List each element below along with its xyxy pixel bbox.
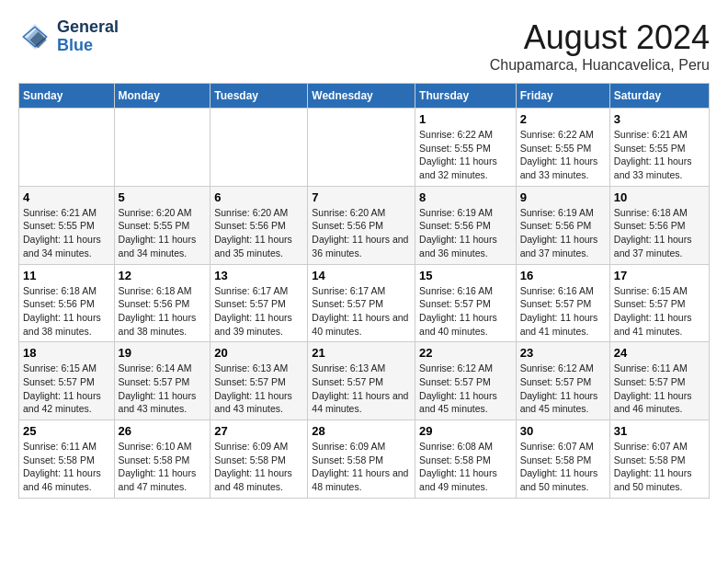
day-info: Sunrise: 6:10 AMSunset: 5:58 PMDaylight:… bbox=[119, 441, 197, 492]
day-info: Sunrise: 6:17 AMSunset: 5:57 PMDaylight:… bbox=[214, 285, 292, 337]
day-cell-27: 27Sunrise: 6:09 AMSunset: 5:58 PMDayligh… bbox=[210, 420, 308, 499]
day-number: 31 bbox=[614, 424, 705, 438]
logo: General Blue bbox=[18, 18, 119, 55]
week-row-5: 25Sunrise: 6:11 AMSunset: 5:58 PMDayligh… bbox=[19, 420, 710, 499]
day-cell-4: 4Sunrise: 6:21 AMSunset: 5:55 PMDaylight… bbox=[19, 186, 115, 264]
day-info: Sunrise: 6:15 AMSunset: 5:57 PMDaylight:… bbox=[23, 362, 101, 414]
week-row-1: 1Sunrise: 6:22 AMSunset: 5:55 PMDaylight… bbox=[19, 109, 710, 187]
day-info: Sunrise: 6:18 AMSunset: 5:56 PMDaylight:… bbox=[614, 207, 692, 259]
day-info: Sunrise: 6:21 AMSunset: 5:55 PMDaylight:… bbox=[614, 129, 692, 180]
day-cell-30: 30Sunrise: 6:07 AMSunset: 5:58 PMDayligh… bbox=[516, 420, 609, 499]
day-cell-31: 31Sunrise: 6:07 AMSunset: 5:58 PMDayligh… bbox=[609, 420, 709, 499]
day-number: 29 bbox=[419, 424, 512, 438]
day-info: Sunrise: 6:18 AMSunset: 5:56 PMDaylight:… bbox=[23, 285, 101, 337]
day-number: 3 bbox=[614, 112, 705, 126]
day-info: Sunrise: 6:17 AMSunset: 5:57 PMDaylight:… bbox=[312, 285, 408, 337]
day-info: Sunrise: 6:21 AMSunset: 5:55 PMDaylight:… bbox=[23, 207, 101, 259]
day-cell-22: 22Sunrise: 6:12 AMSunset: 5:57 PMDayligh… bbox=[415, 342, 517, 420]
day-cell-16: 16Sunrise: 6:16 AMSunset: 5:57 PMDayligh… bbox=[516, 264, 609, 342]
day-number: 14 bbox=[312, 269, 411, 282]
day-info: Sunrise: 6:07 AMSunset: 5:58 PMDaylight:… bbox=[520, 441, 598, 492]
week-row-2: 4Sunrise: 6:21 AMSunset: 5:55 PMDaylight… bbox=[19, 186, 710, 264]
day-cell-3: 3Sunrise: 6:21 AMSunset: 5:55 PMDaylight… bbox=[609, 109, 709, 187]
day-cell-9: 9Sunrise: 6:19 AMSunset: 5:56 PMDaylight… bbox=[516, 186, 609, 264]
day-cell-6: 6Sunrise: 6:20 AMSunset: 5:56 PMDaylight… bbox=[210, 186, 308, 264]
header-cell-monday: Monday bbox=[114, 84, 210, 109]
day-cell-26: 26Sunrise: 6:10 AMSunset: 5:58 PMDayligh… bbox=[114, 420, 210, 499]
day-number: 11 bbox=[23, 269, 110, 282]
day-cell-23: 23Sunrise: 6:12 AMSunset: 5:57 PMDayligh… bbox=[516, 342, 609, 420]
day-info: Sunrise: 6:16 AMSunset: 5:57 PMDaylight:… bbox=[419, 285, 497, 337]
logo-line1: General bbox=[57, 18, 119, 37]
day-info: Sunrise: 6:11 AMSunset: 5:58 PMDaylight:… bbox=[23, 441, 101, 492]
day-number: 25 bbox=[23, 424, 110, 438]
week-row-4: 18Sunrise: 6:15 AMSunset: 5:57 PMDayligh… bbox=[19, 342, 710, 420]
day-info: Sunrise: 6:20 AMSunset: 5:56 PMDaylight:… bbox=[214, 207, 292, 259]
day-number: 18 bbox=[23, 346, 110, 360]
header-cell-saturday: Saturday bbox=[609, 84, 709, 109]
day-info: Sunrise: 6:09 AMSunset: 5:58 PMDaylight:… bbox=[312, 441, 408, 492]
day-info: Sunrise: 6:08 AMSunset: 5:58 PMDaylight:… bbox=[419, 441, 497, 492]
header-row: SundayMondayTuesdayWednesdayThursdayFrid… bbox=[19, 84, 710, 109]
day-info: Sunrise: 6:22 AMSunset: 5:55 PMDaylight:… bbox=[419, 129, 497, 180]
day-cell-18: 18Sunrise: 6:15 AMSunset: 5:57 PMDayligh… bbox=[19, 342, 115, 420]
header-cell-sunday: Sunday bbox=[19, 84, 115, 109]
day-info: Sunrise: 6:13 AMSunset: 5:57 PMDaylight:… bbox=[312, 362, 408, 414]
day-number: 22 bbox=[419, 346, 512, 360]
day-number: 13 bbox=[214, 269, 303, 282]
header-cell-wednesday: Wednesday bbox=[308, 84, 415, 109]
day-info: Sunrise: 6:09 AMSunset: 5:58 PMDaylight:… bbox=[214, 441, 292, 492]
day-cell-20: 20Sunrise: 6:13 AMSunset: 5:57 PMDayligh… bbox=[210, 342, 308, 420]
day-info: Sunrise: 6:18 AMSunset: 5:56 PMDaylight:… bbox=[119, 285, 197, 337]
logo-line2: Blue bbox=[57, 37, 119, 55]
title-block: August 2024 Chupamarca, Huancavelica, Pe… bbox=[490, 18, 710, 74]
day-cell-empty-0-1 bbox=[114, 109, 210, 187]
day-cell-empty-0-0 bbox=[19, 109, 115, 187]
day-info: Sunrise: 6:16 AMSunset: 5:57 PMDaylight:… bbox=[520, 285, 598, 337]
logo-icon bbox=[18, 20, 51, 53]
day-number: 4 bbox=[23, 190, 110, 204]
header-cell-tuesday: Tuesday bbox=[210, 84, 308, 109]
day-number: 16 bbox=[520, 269, 606, 282]
day-info: Sunrise: 6:11 AMSunset: 5:57 PMDaylight:… bbox=[614, 362, 692, 414]
day-number: 17 bbox=[614, 269, 705, 282]
day-info: Sunrise: 6:14 AMSunset: 5:57 PMDaylight:… bbox=[119, 362, 197, 414]
day-cell-1: 1Sunrise: 6:22 AMSunset: 5:55 PMDaylight… bbox=[415, 109, 517, 187]
day-cell-11: 11Sunrise: 6:18 AMSunset: 5:56 PMDayligh… bbox=[19, 264, 115, 342]
day-number: 6 bbox=[214, 190, 303, 204]
day-info: Sunrise: 6:20 AMSunset: 5:55 PMDaylight:… bbox=[119, 207, 197, 259]
day-info: Sunrise: 6:13 AMSunset: 5:57 PMDaylight:… bbox=[214, 362, 292, 414]
day-cell-8: 8Sunrise: 6:19 AMSunset: 5:56 PMDaylight… bbox=[415, 186, 517, 264]
calendar-title: August 2024 bbox=[490, 18, 710, 57]
day-cell-29: 29Sunrise: 6:08 AMSunset: 5:58 PMDayligh… bbox=[415, 420, 517, 499]
week-row-3: 11Sunrise: 6:18 AMSunset: 5:56 PMDayligh… bbox=[19, 264, 710, 342]
day-cell-24: 24Sunrise: 6:11 AMSunset: 5:57 PMDayligh… bbox=[609, 342, 709, 420]
day-number: 21 bbox=[312, 346, 411, 360]
page-header: General Blue August 2024 Chupamarca, Hua… bbox=[18, 18, 710, 74]
day-number: 30 bbox=[520, 424, 606, 438]
day-cell-empty-0-3 bbox=[308, 109, 415, 187]
day-number: 15 bbox=[419, 269, 512, 282]
day-info: Sunrise: 6:15 AMSunset: 5:57 PMDaylight:… bbox=[614, 285, 692, 337]
day-number: 5 bbox=[119, 190, 207, 204]
day-cell-15: 15Sunrise: 6:16 AMSunset: 5:57 PMDayligh… bbox=[415, 264, 517, 342]
day-info: Sunrise: 6:07 AMSunset: 5:58 PMDaylight:… bbox=[614, 441, 692, 492]
day-cell-19: 19Sunrise: 6:14 AMSunset: 5:57 PMDayligh… bbox=[114, 342, 210, 420]
header-cell-thursday: Thursday bbox=[415, 84, 517, 109]
day-number: 19 bbox=[119, 346, 207, 360]
day-cell-21: 21Sunrise: 6:13 AMSunset: 5:57 PMDayligh… bbox=[308, 342, 415, 420]
day-info: Sunrise: 6:20 AMSunset: 5:56 PMDaylight:… bbox=[312, 207, 408, 259]
day-number: 1 bbox=[419, 112, 512, 126]
day-info: Sunrise: 6:12 AMSunset: 5:57 PMDaylight:… bbox=[520, 362, 598, 414]
day-cell-empty-0-2 bbox=[210, 109, 308, 187]
day-number: 10 bbox=[614, 190, 705, 204]
day-cell-28: 28Sunrise: 6:09 AMSunset: 5:58 PMDayligh… bbox=[308, 420, 415, 499]
day-number: 28 bbox=[312, 424, 411, 438]
day-number: 26 bbox=[119, 424, 207, 438]
day-number: 27 bbox=[214, 424, 303, 438]
day-number: 9 bbox=[520, 190, 606, 204]
day-number: 20 bbox=[214, 346, 303, 360]
day-number: 7 bbox=[312, 190, 411, 204]
calendar-subtitle: Chupamarca, Huancavelica, Peru bbox=[490, 57, 710, 74]
day-info: Sunrise: 6:12 AMSunset: 5:57 PMDaylight:… bbox=[419, 362, 497, 414]
